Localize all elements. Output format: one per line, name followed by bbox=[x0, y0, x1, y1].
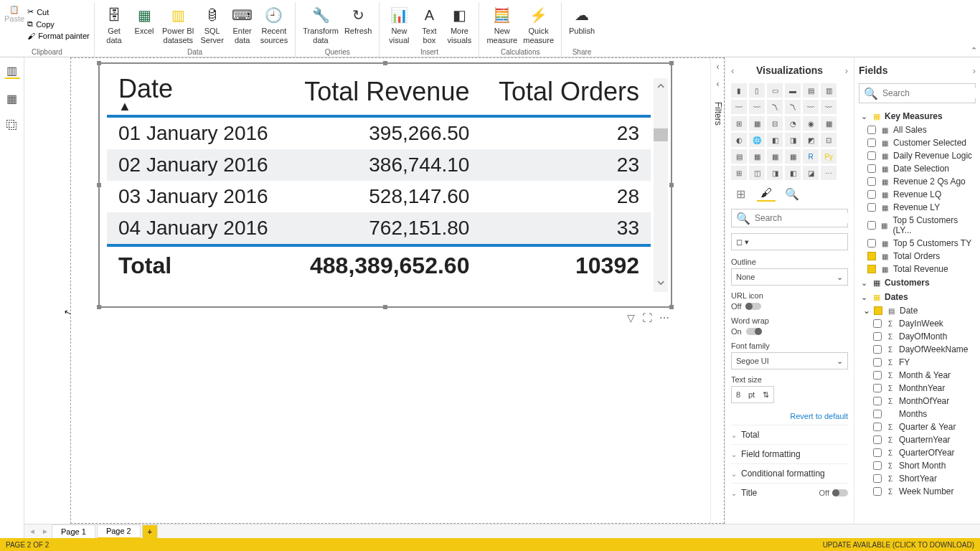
analytics-well-icon[interactable]: 🔍 bbox=[783, 186, 801, 202]
field-item[interactable]: ▦Revenue LY bbox=[859, 201, 976, 214]
field-item[interactable]: ΣQuarternYear bbox=[859, 433, 976, 446]
checkbox-checked-icon[interactable] bbox=[874, 306, 882, 315]
table-row[interactable]: 03 January 2016528,147.6028 bbox=[107, 181, 651, 212]
field-checkbox[interactable] bbox=[873, 474, 882, 483]
cut-button[interactable]: ✂Cut bbox=[26, 6, 91, 17]
field-checkbox[interactable] bbox=[867, 221, 876, 230]
format-search-input[interactable] bbox=[755, 213, 862, 223]
viz-type-tile[interactable]: ▦ bbox=[749, 149, 765, 164]
table-row[interactable]: 01 January 2016395,266.5023 bbox=[107, 116, 651, 149]
field-item[interactable]: ▦Total Revenue bbox=[859, 263, 976, 276]
viz-type-tile[interactable]: ◔ bbox=[785, 116, 801, 131]
field-item[interactable]: Months bbox=[859, 408, 976, 420]
resize-handle[interactable] bbox=[383, 305, 387, 309]
viz-type-tile[interactable]: ◧ bbox=[785, 166, 801, 180]
transform-data-button[interactable]: 🔧Transform data bbox=[300, 4, 341, 46]
field-checkbox[interactable] bbox=[873, 487, 882, 496]
new-visual-button[interactable]: 📊New visual bbox=[384, 4, 414, 46]
filters-pane-collapsed[interactable]: ‹ ‹ Filters bbox=[710, 57, 725, 524]
field-checkbox[interactable] bbox=[873, 435, 882, 444]
tab-page2[interactable]: Page 2 bbox=[97, 524, 141, 539]
resize-handle[interactable] bbox=[669, 61, 674, 65]
field-item[interactable]: ΣMonthOfYear bbox=[859, 395, 976, 408]
viz-type-tile[interactable]: ▮ bbox=[731, 83, 747, 98]
viz-type-tile[interactable]: ▤ bbox=[803, 83, 819, 98]
field-checkbox[interactable] bbox=[867, 190, 876, 199]
more-options-icon[interactable]: ⋯ bbox=[659, 312, 669, 324]
viz-type-tile[interactable]: ▥ bbox=[821, 83, 837, 98]
viz-type-tile[interactable]: ⊞ bbox=[731, 166, 747, 180]
field-checkbox[interactable] bbox=[867, 177, 876, 186]
tab-page1[interactable]: Page 1 bbox=[52, 524, 95, 539]
font-family-select[interactable]: Segoe UI⌄ bbox=[731, 352, 848, 369]
recent-sources-button[interactable]: 🕘Recent sources bbox=[258, 4, 291, 46]
field-item[interactable]: ΣDayOfWeekName bbox=[859, 343, 976, 356]
paste-button[interactable]: 📋 Paste bbox=[3, 4, 26, 24]
field-item[interactable]: ΣMonth & Year bbox=[859, 369, 976, 382]
col-header-revenue[interactable]: Total Revenue bbox=[286, 68, 481, 116]
field-item[interactable]: ▦Customer Selected bbox=[859, 136, 976, 149]
field-item[interactable]: ▦Date Selection bbox=[859, 162, 976, 175]
format-search[interactable]: 🔍 bbox=[731, 209, 848, 227]
more-visuals-button[interactable]: ◧More visuals bbox=[444, 4, 474, 46]
resize-handle[interactable] bbox=[383, 61, 387, 65]
viz-type-tile[interactable]: ▤ bbox=[731, 149, 747, 164]
format-well-icon[interactable]: 🖌 bbox=[757, 186, 776, 202]
viz-type-tile[interactable]: 〽 bbox=[767, 100, 783, 114]
date-field[interactable]: ⌄▤Date bbox=[859, 304, 976, 317]
viz-type-tile[interactable]: ◩ bbox=[803, 133, 819, 147]
viz-type-tile[interactable]: 〽 bbox=[785, 100, 801, 114]
field-checkbox[interactable] bbox=[873, 371, 882, 380]
viz-type-tile[interactable]: ⊡ bbox=[821, 133, 837, 147]
resize-handle[interactable] bbox=[669, 183, 674, 187]
viz-type-tile[interactable]: ▭ bbox=[767, 83, 783, 98]
enter-data-button[interactable]: ⌨Enter data bbox=[227, 4, 258, 46]
field-checkbox[interactable] bbox=[867, 151, 876, 160]
table-row[interactable]: 02 January 2016386,744.1023 bbox=[107, 149, 651, 181]
url-icon-toggle[interactable] bbox=[745, 303, 761, 310]
viz-type-tile[interactable]: ◨ bbox=[785, 133, 801, 147]
stepper-icon[interactable]: ⇅ bbox=[763, 390, 769, 400]
sql-button[interactable]: 🛢SQL Server bbox=[197, 4, 227, 46]
resize-handle[interactable] bbox=[97, 61, 101, 65]
viz-type-tile[interactable]: ▦ bbox=[749, 116, 765, 131]
col-header-orders[interactable]: Total Orders bbox=[481, 68, 651, 116]
viz-type-tile[interactable]: ⋯ bbox=[821, 166, 837, 180]
field-checkbox[interactable] bbox=[873, 423, 882, 431]
viz-type-tile[interactable]: ◐ bbox=[731, 133, 747, 147]
viz-type-tile[interactable]: ◪ bbox=[803, 166, 819, 180]
viz-type-tile[interactable]: ▦ bbox=[767, 149, 783, 164]
checkbox-checked-icon[interactable] bbox=[867, 265, 876, 273]
field-item[interactable]: ΣShortYear bbox=[859, 472, 976, 485]
field-checkbox[interactable] bbox=[873, 384, 882, 392]
revert-link[interactable]: Revert to default bbox=[731, 412, 848, 420]
checkbox-checked-icon[interactable] bbox=[867, 252, 876, 260]
field-item[interactable]: ▦Top 5 Customers TY bbox=[859, 237, 976, 250]
field-formatting-section[interactable]: ⌄Field formatting bbox=[731, 444, 848, 463]
refresh-button[interactable]: ↻Refresh bbox=[341, 4, 375, 37]
field-item[interactable]: ΣQuarter & Year bbox=[859, 420, 976, 433]
chevron-right-icon[interactable]: › bbox=[973, 65, 976, 76]
ribbon-collapse-icon[interactable]: ⌃ bbox=[971, 46, 977, 55]
chevron-left-icon[interactable]: ‹ bbox=[717, 62, 720, 72]
format-dropdown[interactable]: ◻ ▾ bbox=[731, 233, 848, 250]
viz-type-tile[interactable]: ▦ bbox=[821, 116, 837, 131]
resize-handle[interactable] bbox=[97, 305, 101, 309]
field-item[interactable]: ΣDayOfMonth bbox=[859, 330, 976, 343]
publish-button[interactable]: ☁Publish bbox=[566, 4, 598, 37]
field-item[interactable]: ▦Daily Revenue Logic bbox=[859, 149, 976, 162]
data-view-icon[interactable]: ▦ bbox=[4, 90, 20, 106]
field-item[interactable]: ▦Total Orders bbox=[859, 250, 976, 263]
viz-type-tile[interactable]: ◉ bbox=[803, 116, 819, 131]
tab-nav-prev[interactable]: ◄ bbox=[26, 527, 39, 535]
model-view-icon[interactable]: ⿻ bbox=[4, 118, 20, 133]
fields-search[interactable]: 🔍 bbox=[859, 83, 976, 103]
field-checkbox[interactable] bbox=[873, 397, 882, 405]
viz-type-tile[interactable]: ⊟ bbox=[767, 116, 783, 131]
report-view-icon[interactable]: ▥ bbox=[4, 63, 20, 79]
word-wrap-toggle[interactable] bbox=[746, 328, 762, 335]
scrollbar[interactable]: ⌃ ⌄ bbox=[654, 78, 668, 292]
resize-handle[interactable] bbox=[669, 305, 674, 309]
pbi-datasets-button[interactable]: ▥Power BI datasets bbox=[159, 4, 197, 46]
field-checkbox[interactable] bbox=[867, 239, 876, 248]
